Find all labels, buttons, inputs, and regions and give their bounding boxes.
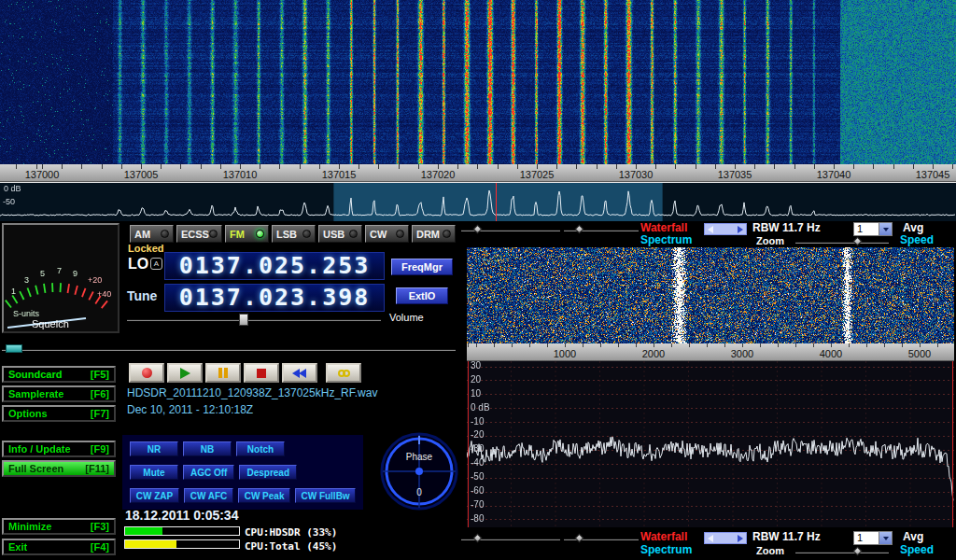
af-display-controls-top: Waterfall RBW 11.7 Hz 1 Avg Spectrum Zoo… [457, 221, 956, 247]
exit-button[interactable]: Exit[F4] [2, 539, 116, 555]
nr-button[interactable]: NR [130, 441, 178, 456]
volume-slider[interactable] [127, 314, 381, 325]
combo-dropdown-arrow-icon[interactable] [879, 223, 892, 235]
cw-fullbw-button[interactable]: CW FullBw [295, 488, 356, 503]
zoom-scrollbar[interactable] [704, 532, 747, 544]
main-spectrum-display[interactable]: 0 dB -50 [0, 182, 956, 221]
cw-peak-button[interactable]: CW Peak [238, 488, 290, 503]
zoom-scrollbar[interactable] [704, 223, 747, 235]
cw-afc-button[interactable]: CW AFC [184, 488, 233, 503]
tune-frequency-display[interactable]: 0137.023.398 [164, 284, 385, 312]
db-tick-label: 20 [471, 374, 481, 385]
db-scale-label: 0 dB [4, 184, 21, 193]
freq-tick-label: 137040 [806, 169, 862, 180]
volume-slider-thumb[interactable] [239, 314, 248, 326]
slider-thumb[interactable] [473, 534, 483, 543]
mode-led [302, 230, 311, 238]
waterfall-brightness-slider[interactable] [461, 224, 560, 235]
soundcard-button[interactable]: Soundcard[F5] [2, 366, 116, 383]
notch-button[interactable]: Notch [236, 441, 285, 456]
spectrum-label: Spectrum [640, 544, 692, 556]
mode-button-fm[interactable]: FM [225, 225, 269, 243]
mode-button-am[interactable]: AM [130, 225, 174, 243]
s-meter: 1 3 5 7 9 +20 +40 S-units Squelch [2, 223, 120, 333]
zoom-out-arrow-icon[interactable] [708, 226, 713, 233]
s-meter-scale [6, 283, 107, 308]
cpu-total-fill [125, 540, 176, 548]
freq-tick-label: 137005 [113, 169, 169, 180]
fullscreen-button[interactable]: Full Screen[F11] [2, 460, 116, 477]
mode-led [443, 230, 451, 238]
cw-zap-button[interactable]: CW ZAP [130, 488, 179, 503]
mode-button-ecss[interactable]: ECSS [176, 225, 222, 243]
info-update-button[interactable]: Info / Update[F9] [2, 441, 116, 457]
af-waterfall-display[interactable] [467, 247, 954, 343]
freq-tick-label: 137035 [707, 169, 763, 180]
speed-slider[interactable] [795, 236, 889, 247]
af-frequency-scale[interactable]: 1000 2000 3000 4000 5000 [467, 343, 954, 361]
slider-thumb[interactable] [853, 547, 863, 556]
lo-frequency-display[interactable]: 0137.025.253 [164, 252, 385, 280]
frequency-scale[interactable]: 137000 137005 137010 137015 137020 13702… [0, 164, 956, 182]
waterfall-brightness-slider[interactable] [461, 533, 560, 544]
freq-tick-label: 137010 [212, 169, 268, 180]
mode-led [256, 230, 264, 238]
rewind-button[interactable] [282, 363, 317, 383]
minimize-button[interactable]: Minimize[F3] [2, 518, 116, 535]
freq-tick-label: 3000 [724, 348, 761, 359]
mute-button[interactable]: Mute [130, 465, 178, 480]
hdsdr-app: 137000 137005 137010 137015 137020 13702… [0, 0, 956, 560]
freqmgr-button[interactable]: FreqMgr [391, 259, 453, 275]
cpu-hdsdr-fill [125, 527, 162, 535]
stop-button[interactable] [244, 363, 279, 383]
stop-icon [257, 369, 266, 378]
play-button[interactable] [167, 363, 203, 383]
s-meter-tick-label: 5 [40, 269, 45, 278]
despread-button[interactable]: Despread [239, 465, 297, 480]
db-tick-label: -20 [471, 429, 484, 440]
dsp-panel: NR NB Notch Mute AGC Off Despread CW ZAP… [122, 435, 363, 510]
zoom-in-arrow-icon[interactable] [738, 226, 743, 233]
extio-button[interactable]: ExtIO [396, 287, 448, 304]
zoom-out-arrow-icon[interactable] [708, 535, 713, 542]
speed-slider[interactable] [795, 546, 889, 557]
af-panel: Waterfall RBW 11.7 Hz 1 Avg Spectrum Zoo… [457, 221, 956, 560]
phase-indicator: Phase 0 [380, 432, 458, 511]
mode-button-lsb[interactable]: LSB [272, 225, 316, 243]
nb-button[interactable]: NB [183, 441, 232, 456]
combo-dropdown-arrow-icon[interactable] [879, 532, 892, 544]
loop-button[interactable] [326, 363, 361, 383]
slider-thumb[interactable] [473, 225, 483, 234]
main-waterfall-display[interactable] [0, 0, 956, 164]
zoom-in-arrow-icon[interactable] [738, 535, 743, 542]
waterfall-contrast-slider[interactable] [564, 224, 639, 235]
mode-button-drm[interactable]: DRM [412, 225, 456, 243]
mode-button-cw[interactable]: CW [365, 225, 409, 243]
record-button[interactable] [129, 363, 164, 383]
db-tick-label: -40 [471, 457, 484, 468]
slider-thumb[interactable] [853, 237, 863, 246]
freq-tick-label: 137025 [509, 169, 565, 180]
waterfall-contrast-slider[interactable] [564, 533, 639, 544]
db-tick-label: 10 [471, 388, 481, 399]
slider-thumb[interactable] [574, 534, 583, 543]
squelch-slider[interactable] [2, 343, 456, 355]
avg-combobox[interactable]: 1 [853, 531, 893, 545]
af-spectrum-display[interactable]: 30 20 10 0 dB -10 -20 -30 -40 -50 -60 -7… [467, 361, 954, 527]
samplerate-button[interactable]: Samplerate[F6] [2, 385, 116, 402]
squelch-slider-thumb[interactable] [6, 344, 22, 353]
pause-button[interactable] [205, 363, 241, 383]
volume-label: Volume [389, 312, 424, 323]
options-button[interactable]: Options[F7] [2, 405, 116, 422]
freq-tick-label: 2000 [635, 348, 672, 359]
avg-combobox[interactable]: 1 [853, 222, 893, 236]
slider-thumb[interactable] [574, 225, 583, 234]
db-tick-label: -50 [471, 471, 484, 482]
cpu-hdsdr-bar [124, 526, 240, 536]
freq-tick-label: 137045 [905, 169, 956, 180]
agc-off-button[interactable]: AGC Off [183, 465, 234, 480]
mode-button-usb[interactable]: USB [318, 225, 362, 243]
af-display-controls-bottom: Waterfall RBW 11.7 Hz 1 Avg Spectrum Zoo… [457, 527, 956, 560]
s-units-label: S-units [13, 309, 40, 318]
cpu-hdsdr-label: CPU:HDSDR (33%) [245, 526, 337, 539]
